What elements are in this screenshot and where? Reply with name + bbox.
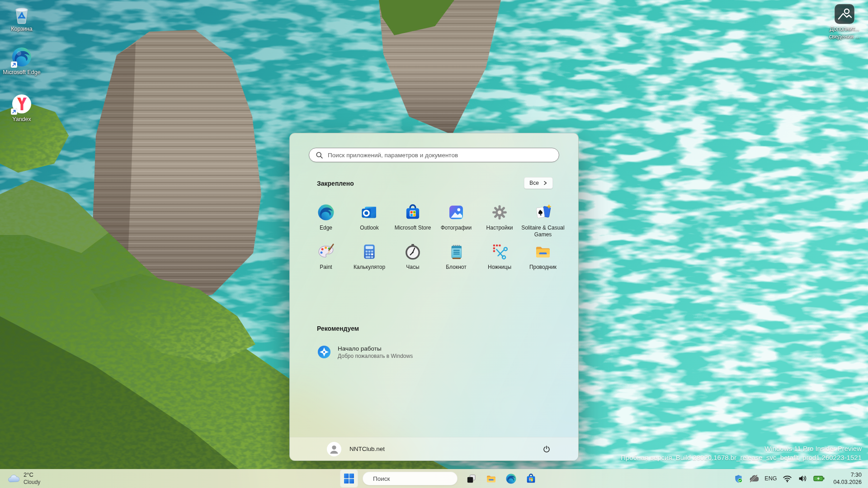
edge-app-icon (317, 203, 335, 221)
windows-logo-icon (344, 474, 354, 483)
windows-security-tray-button[interactable] (734, 474, 743, 483)
battery-charging-icon (813, 475, 825, 482)
spotlight-label-line2: сведения ... (829, 33, 860, 41)
weather-widget-button[interactable]: 2°C Cloudy (3, 469, 45, 488)
taskbar-search-input[interactable] (373, 475, 453, 482)
spotlight-image-icon (834, 4, 855, 24)
pinned-app-label: Microsoft Store (395, 225, 431, 231)
desktop-icon-microsoft-edge[interactable]: Microsoft Edge (3, 46, 41, 76)
pinned-app-label: Блокнот (446, 264, 466, 271)
pinned-app-label: Ножницы (488, 264, 511, 271)
battery-tray-button[interactable] (813, 475, 825, 482)
wifi-tray-button[interactable] (783, 474, 792, 483)
wifi-icon (783, 474, 792, 483)
recommended-item-title: Начало работы (338, 345, 413, 352)
pinned-app-notepad[interactable]: Блокнот (434, 239, 478, 278)
cloudy-weather-icon (7, 474, 19, 483)
speaker-icon (798, 474, 807, 483)
power-button[interactable] (538, 440, 556, 458)
recycle-bin-icon (11, 3, 33, 24)
taskbar: 2°C Cloudy (0, 469, 868, 488)
solitaire-app-icon (534, 203, 552, 221)
yandex-icon (11, 93, 33, 115)
pinned-all-button[interactable]: Все (524, 177, 553, 189)
desktop-icon-label: Microsoft Edge (3, 69, 40, 76)
pinned-app-label: Настройки (486, 225, 513, 231)
pinned-app-microsoft-store[interactable]: Microsoft Store (391, 199, 434, 239)
recommended-item-subtitle: Добро пожаловать в Windows (338, 353, 413, 359)
clock-date: 04.03.2026 (833, 479, 862, 486)
start-search-input[interactable] (328, 152, 552, 159)
desktop-icon-yandex[interactable]: Yandex (3, 93, 41, 123)
pinned-app-snipping-tool[interactable]: Ножницы (478, 239, 521, 278)
pinned-app-label: Проводник (529, 264, 557, 271)
pinned-section-title: Закреплено (317, 180, 354, 187)
pinned-app-outlook[interactable]: Outlook (348, 199, 391, 239)
pinned-app-photos[interactable]: Фотографии (434, 199, 478, 239)
start-button[interactable] (340, 469, 358, 488)
weather-condition: Cloudy (24, 479, 40, 486)
pinned-app-label: Solitaire & Casual Games (521, 225, 565, 238)
pinned-app-label: Часы (406, 264, 419, 271)
shortcut-arrow-icon (11, 61, 17, 68)
weather-temp: 2°C (24, 471, 40, 479)
pinned-app-file-explorer[interactable]: Проводник (521, 239, 565, 278)
settings-gear-icon (491, 203, 509, 221)
language-indicator[interactable]: ENG (764, 475, 777, 482)
watermark-line2: Пробная версия. Build 28020.1678.br_rele… (621, 453, 862, 462)
get-started-app-icon (317, 345, 331, 359)
shortcut-arrow-icon (11, 108, 17, 115)
desktop-icon-recycle-bin[interactable]: Корзина (3, 3, 41, 33)
pinned-app-label: Фотографии (441, 225, 472, 231)
desktop: Корзина Microsoft Edge (0, 0, 868, 488)
onedrive-tray-button[interactable] (749, 474, 759, 483)
pinned-app-solitaire[interactable]: Solitaire & Casual Games (521, 199, 565, 239)
file-explorer-button[interactable] (482, 469, 500, 488)
paint-app-icon (317, 243, 335, 261)
start-menu-footer: NNTClub.net (290, 437, 578, 460)
pinned-app-label: Paint (320, 264, 332, 271)
start-search-box[interactable] (309, 148, 559, 162)
desktop-icon-label: Корзина (11, 26, 33, 33)
pinned-app-settings[interactable]: Настройки (478, 199, 521, 239)
task-view-button[interactable] (462, 469, 480, 488)
clock-tray-button[interactable]: 7:30 04.03.2026 (830, 469, 864, 488)
microsoft-store-button[interactable] (522, 469, 540, 488)
security-shield-icon (734, 474, 743, 483)
recommended-item-get-started[interactable]: Начало работы Добро пожаловать в Windows (310, 339, 445, 365)
pinned-app-edge[interactable]: Edge (304, 199, 348, 239)
volume-tray-button[interactable] (798, 474, 807, 483)
insider-watermark: Windows 11 Pro Insider Preview Пробная в… (621, 444, 862, 463)
all-button-label: Все (529, 180, 539, 186)
edge-icon (11, 46, 33, 68)
notepad-app-icon (447, 243, 465, 261)
edge-taskbar-button[interactable] (502, 469, 520, 488)
user-name: NNTClub.net (349, 446, 385, 452)
spotlight-label-line1: Дополнит... (830, 26, 859, 33)
store-app-icon (404, 203, 422, 221)
photos-app-icon (447, 203, 465, 221)
task-view-icon (466, 474, 476, 484)
desktop-icon-spotlight-info[interactable]: Дополнит... сведения ... (824, 4, 865, 40)
pinned-app-label: Outlook (360, 225, 378, 231)
power-icon (542, 445, 551, 453)
snipping-tool-app-icon (491, 243, 509, 261)
pinned-app-label: Калькулятор (354, 264, 385, 271)
pinned-app-paint[interactable]: Paint (304, 239, 348, 278)
start-menu: Закреплено Все Edge (289, 133, 579, 461)
cloud-slash-icon (749, 474, 759, 483)
file-explorer-icon (486, 473, 497, 484)
user-profile-button[interactable]: NNTClub.net (322, 440, 389, 459)
chevron-right-icon (543, 181, 547, 185)
pinned-app-clock[interactable]: Часы (391, 239, 434, 278)
pinned-app-label: Edge (320, 225, 332, 231)
taskbar-search-box[interactable] (363, 472, 458, 485)
edge-icon (505, 473, 517, 484)
watermark-line1: Windows 11 Pro Insider Preview (621, 444, 862, 453)
user-avatar (327, 442, 341, 456)
search-icon (316, 151, 323, 159)
clock-time: 7:30 (833, 471, 862, 479)
desktop-icon-label: Yandex (12, 116, 31, 123)
pinned-app-calculator[interactable]: Калькулятор (348, 239, 391, 278)
taskbar-center (340, 469, 540, 488)
